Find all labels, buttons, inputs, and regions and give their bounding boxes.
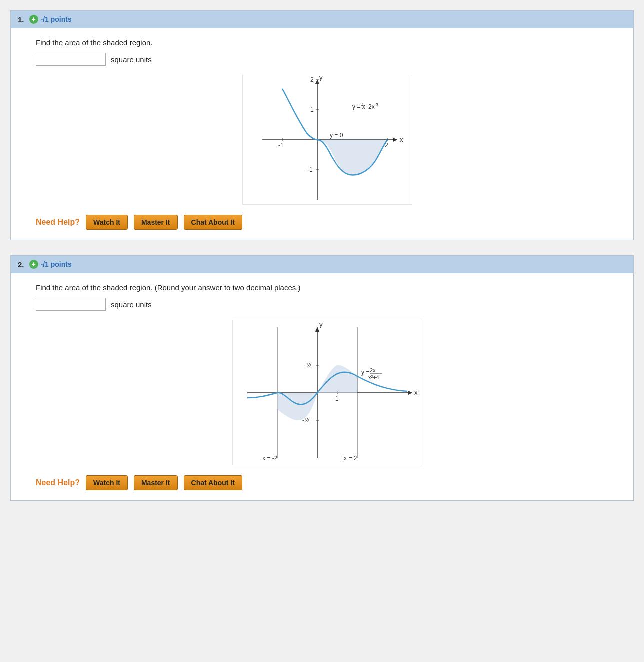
- question-2-answer-row: square units: [36, 298, 618, 311]
- equation-exp-3: 3: [376, 102, 378, 107]
- y-tick-half: ½: [306, 362, 311, 369]
- question-1-need-help: Need Help? Watch It Master It Chat About…: [36, 215, 618, 230]
- question-2-input[interactable]: [36, 298, 106, 311]
- question-1-answer-row: square units: [36, 53, 618, 66]
- chat-about-it-btn-1[interactable]: Chat About It: [184, 215, 242, 230]
- chat-about-it-btn-2[interactable]: Chat About It: [184, 475, 242, 490]
- question-1-input[interactable]: [36, 53, 106, 66]
- question-1-body: Find the area of the shaded region. squa…: [11, 28, 633, 240]
- question-2-units: square units: [111, 300, 152, 309]
- x-2-label: |x = 2: [342, 455, 357, 462]
- graph-1-svg: x y -1 2 1 2 -1: [242, 75, 412, 205]
- question-2-body: Find the area of the shaded region. (Rou…: [11, 273, 633, 500]
- x-axis-label-1: x: [400, 136, 403, 143]
- x-axis-label-2: x: [414, 389, 418, 396]
- question-1-points-badge: + -/1 points: [29, 15, 72, 24]
- plus-icon-1: +: [29, 15, 38, 24]
- x-tick-neg1: -1: [278, 142, 284, 149]
- question-1: 1. + -/1 points Find the area of the sha…: [10, 10, 634, 240]
- need-help-label-2: Need Help?: [36, 478, 80, 487]
- question-2-number: 2.: [18, 260, 24, 269]
- need-help-label-1: Need Help?: [36, 218, 80, 227]
- question-2-text: Find the area of the shaded region. (Rou…: [36, 283, 618, 292]
- watch-it-btn-2[interactable]: Watch It: [86, 475, 128, 490]
- question-2-need-help: Need Help? Watch It Master It Chat About…: [36, 475, 618, 490]
- watch-it-btn-1[interactable]: Watch It: [86, 215, 128, 230]
- plus-icon-2: +: [29, 260, 38, 269]
- y-equals-0-label: y = 0: [330, 132, 343, 139]
- x-neg2-label: x = -2: [262, 455, 278, 462]
- graph-2-svg: x y 1 ½ -½ x = -2 |x = 2: [232, 320, 422, 465]
- y-tick-neg1: -1: [307, 166, 313, 173]
- question-1-graph: x y -1 2 1 2 -1: [36, 75, 618, 205]
- question-1-header: 1. + -/1 points: [11, 11, 633, 28]
- eq-label-2b-num: 2x: [370, 367, 376, 373]
- question-2-points-badge: + -/1 points: [29, 260, 72, 269]
- y-tick-2: 2: [310, 76, 314, 83]
- question-2: 2. + -/1 points Find the area of the sha…: [10, 255, 634, 501]
- question-2-header: 2. + -/1 points: [11, 256, 633, 273]
- y-axis-label-1: y: [319, 75, 323, 81]
- question-2-points: -/1 points: [41, 260, 72, 268]
- equation-minus-1: – 2x: [363, 103, 375, 110]
- question-2-graph: x y 1 ½ -½ x = -2 |x = 2: [36, 320, 618, 465]
- question-1-points: -/1 points: [41, 15, 72, 23]
- y-axis-label-2: y: [319, 321, 323, 328]
- x-tick-1: 1: [335, 395, 339, 402]
- master-it-btn-1[interactable]: Master It: [134, 215, 178, 230]
- eq-label-2b-den: x²+4: [368, 374, 379, 380]
- question-1-text: Find the area of the shaded region.: [36, 38, 618, 47]
- master-it-btn-2[interactable]: Master It: [134, 475, 178, 490]
- question-1-number: 1.: [18, 15, 24, 24]
- y-tick-1: 1: [310, 106, 314, 113]
- question-1-units: square units: [111, 55, 152, 64]
